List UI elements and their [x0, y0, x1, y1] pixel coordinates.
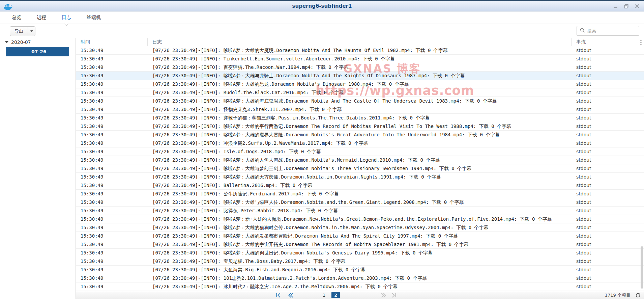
table-row[interactable]: 15:30:49 [07/26 23:30:49]-[INFO]: 冲浪企鹅2.… [76, 139, 644, 147]
row-log: [07/26 23:30:49]-[INFO]: 哆啦A梦：大雄的平行西游记.D… [152, 122, 566, 130]
table-row[interactable]: 15:30:49 [07/26 23:30:49]-[INFO]: 哆啦A梦：大… [76, 223, 644, 232]
row-time: 15:30:49 [81, 240, 103, 248]
table-row[interactable]: 15:30:49 [07/26 23:30:49]-[INFO]: 大鱼海棠.B… [76, 266, 644, 274]
row-log: [07/26 23:30:49]-[INFO]: 宝贝老板.The.Boss.B… [152, 257, 566, 265]
window-controls [613, 1, 640, 11]
row-stream: stdout [576, 55, 591, 63]
row-stream: stdout [576, 139, 591, 147]
row-stream: stdout [576, 240, 591, 248]
close-button[interactable] [634, 3, 640, 9]
column-header-time[interactable]: 时间 [76, 38, 148, 46]
pagination-status: 1719 个项目 [605, 291, 641, 299]
app-window: superng6-subfinder1 总览 进程 日志 终端机 导出 [0, 0, 644, 299]
export-button[interactable]: 导出 [10, 27, 28, 36]
sidebar-item-07-26[interactable]: 07-26 [6, 47, 69, 56]
row-stream: stdout [576, 97, 591, 105]
page-button-2-active[interactable]: 2 [331, 292, 340, 298]
table-row[interactable]: 15:30:49 [07/26 23:30:49]-[INFO]: 怪物史莱克3… [76, 105, 644, 114]
table-row[interactable]: 15:30:49 [07/26 23:30:49]-[INFO]: 比得兔.Pe… [76, 207, 644, 215]
search-box [577, 26, 639, 36]
table-row[interactable]: 15:30:49 [07/26 23:30:49]-[INFO]: 宝贝老板.T… [76, 257, 644, 266]
sidebar-group-label: 2020-07 [11, 39, 31, 45]
column-options-icon[interactable] [640, 40, 642, 47]
row-log: [07/26 23:30:49]-[INFO]: 百变狸猫.The.Racoon… [152, 63, 566, 71]
tab-overview-label: 总览 [12, 15, 21, 21]
row-time: 15:30:49 [81, 249, 103, 257]
search-input[interactable] [587, 28, 636, 33]
tree-expand-icon [5, 41, 8, 43]
table-row[interactable]: 15:30:49 [07/26 23:30:49]-[INFO]: 哆啦A梦：大… [76, 72, 644, 80]
table-row[interactable]: 15:30:49 [07/26 23:30:49]-[INFO]: 哆啦A梦：大… [76, 198, 644, 207]
search-icon [580, 28, 585, 34]
export-dropdown-button[interactable] [28, 27, 35, 36]
first-page-icon[interactable] [276, 293, 281, 298]
table-row[interactable]: 15:30:49 [07/26 23:30:49]-[INFO]: 穿靴子的猫：… [76, 114, 644, 122]
vertical-scrollbar-thumb[interactable] [641, 246, 643, 289]
row-time: 15:30:49 [81, 274, 103, 282]
sidebar-group-2020-07[interactable]: 2020-07 [5, 39, 31, 45]
date-sidebar: 2020-07 07-26 [0, 38, 76, 299]
row-time: 15:30:49 [81, 215, 103, 223]
table-row[interactable]: 15:30:49 [07/26 23:30:49]-[INFO]: 哆啦A梦：大… [76, 131, 644, 139]
row-stream: stdout [576, 105, 591, 113]
previous-page-icon[interactable] [288, 293, 293, 298]
table-row[interactable]: 15:30:49 [07/26 23:30:49]-[INFO]: 哆啦A梦：大… [76, 46, 644, 55]
row-log: [07/26 23:30:49]-[INFO]: Tinkerbell.Ein.… [152, 55, 566, 63]
table-row[interactable]: 15:30:49 [07/26 23:30:49]-[INFO]: 冰川时代2：… [76, 282, 644, 291]
column-header-stream[interactable]: 串流 [572, 38, 637, 46]
table-row[interactable]: 15:30:49 [07/26 23:30:49]-[INFO]: Tinker… [76, 55, 644, 63]
table-row[interactable]: 15:30:49 [07/26 23:30:49]-[INFO]: Isle.o… [76, 147, 644, 156]
table-row[interactable]: 15:30:49 [07/26 23:30:49]-[INFO]: 哆啦A梦：大… [76, 232, 644, 240]
row-time: 15:30:49 [81, 139, 103, 147]
row-log: [07/26 23:30:49]-[INFO]: 公牛历险记.Ferdinand… [152, 190, 566, 198]
row-time: 15:30:49 [81, 88, 103, 97]
last-page-icon [391, 293, 397, 298]
row-log: [07/26 23:30:49]-[INFO]: 哆啦A梦：大雄与龙骑士.Dor… [152, 72, 566, 80]
table-row[interactable]: 15:30:49 [07/26 23:30:49]-[INFO]: 哆啦A梦：大… [76, 240, 644, 249]
row-log: [07/26 23:30:49]-[INFO]: 哆啦A梦：新·大雄的大魔境.D… [152, 215, 566, 223]
table-row[interactable]: 15:30:49 [07/26 23:30:49]-[INFO]: 哆啦A梦：大… [76, 156, 644, 164]
tab-terminal[interactable]: 终端机 [79, 11, 109, 24]
row-stream: stdout [576, 80, 591, 88]
row-time: 15:30:49 [81, 97, 103, 105]
row-time: 15:30:49 [81, 114, 103, 122]
row-stream: stdout [576, 173, 591, 181]
page-button-1[interactable]: 1 [322, 293, 326, 298]
table-row[interactable]: 15:30:49 [07/26 23:30:49]-[INFO]: 公牛历险记.… [76, 190, 644, 198]
row-time: 15:30:49 [81, 257, 103, 265]
window-title: superng6-subfinder1 [0, 1, 644, 11]
row-stream: stdout [576, 223, 591, 232]
table-row[interactable]: 15:30:49 [07/26 23:30:49]-[INFO]: 哆啦A梦：大… [76, 97, 644, 105]
table-row[interactable]: 15:30:49 [07/26 23:30:49]-[INFO]: Baller… [76, 181, 644, 190]
toolbar: 导出 [0, 24, 644, 38]
table-row[interactable]: 15:30:49 [07/26 23:30:49]-[INFO]: 101忠狗2… [76, 274, 644, 282]
row-log: [07/26 23:30:49]-[INFO]: Isle.of.Dogs.20… [152, 147, 566, 156]
tab-logs[interactable]: 日志 [54, 11, 79, 24]
table-row[interactable]: 15:30:49 [07/26 23:30:49]-[INFO]: Rudolf… [76, 88, 644, 97]
row-time: 15:30:49 [81, 46, 103, 54]
row-log: [07/26 23:30:49]-[INFO]: 哆啦A梦：大雄的恐龙.Dora… [152, 80, 566, 88]
row-stream: stdout [576, 88, 591, 97]
table-row[interactable]: 15:30:49 [07/26 23:30:49]-[INFO]: 哆啦A梦：大… [76, 80, 644, 88]
refresh-icon[interactable] [635, 293, 641, 298]
table-row[interactable]: 15:30:49 [07/26 23:30:49]-[INFO]: 哆啦A梦：大… [76, 164, 644, 173]
tab-logs-label: 日志 [62, 15, 71, 21]
table-row[interactable]: 15:30:49 [07/26 23:30:49]-[INFO]: 百变狸猫.T… [76, 63, 644, 72]
minimize-button[interactable] [613, 3, 618, 9]
restore-button[interactable] [623, 3, 629, 9]
column-header-log[interactable]: 日志 [148, 38, 572, 46]
table-row[interactable]: 15:30:49 [07/26 23:30:49]-[INFO]: 哆啦A梦：大… [76, 122, 644, 131]
tab-overview[interactable]: 总览 [4, 11, 29, 24]
table-row[interactable]: 15:30:49 [07/26 23:30:49]-[INFO]: 哆啦A梦：大… [76, 249, 644, 257]
row-stream: stdout [576, 181, 591, 189]
table-row[interactable]: 15:30:49 [07/26 23:30:49]-[INFO]: 哆啦A梦：新… [76, 215, 644, 223]
pagination-bar: 1 2 1719 个项目 [76, 291, 644, 299]
row-log: [07/26 23:30:49]-[INFO]: 冰川时代2：融冰之灾.Ice.… [152, 282, 566, 291]
table-row[interactable]: 15:30:49 [07/26 23:30:49]-[INFO]: 哆啦A梦：大… [76, 173, 644, 181]
row-time: 15:30:49 [81, 181, 103, 189]
tab-process[interactable]: 进程 [29, 11, 54, 24]
row-time: 15:30:49 [81, 190, 103, 198]
chevron-down-icon [30, 30, 33, 32]
row-time: 15:30:49 [81, 282, 103, 291]
row-stream: stdout [576, 207, 591, 215]
